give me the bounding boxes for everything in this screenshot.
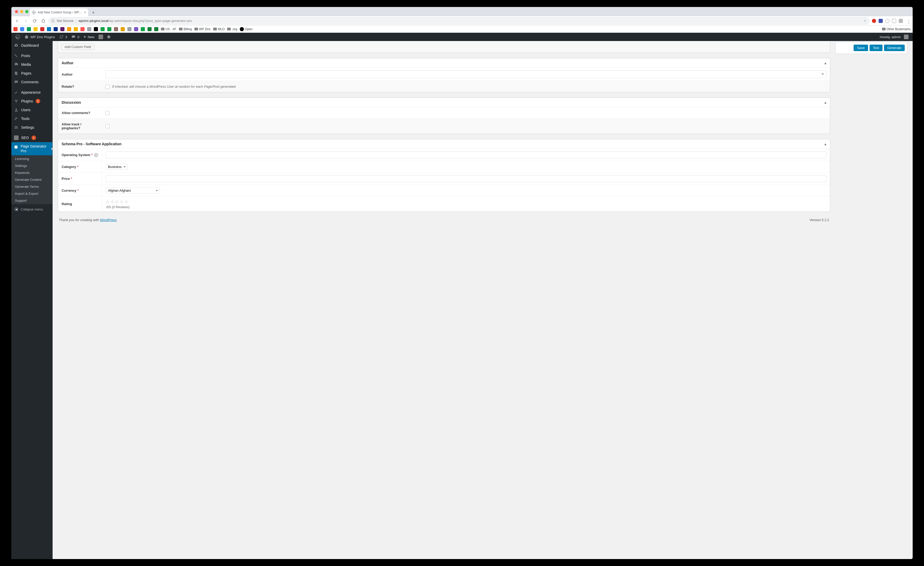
star-icon[interactable]: ☆: [110, 199, 114, 205]
ext-icon[interactable]: [879, 19, 883, 23]
address-bar[interactable]: ⓘ Not Secure | wpzinc-plugins.local/wp-a…: [48, 17, 869, 24]
wordpress-link[interactable]: WordPress: [100, 218, 117, 222]
bookmark-item[interactable]: [121, 27, 125, 31]
bookmark-item[interactable]: [128, 27, 132, 31]
forward-button[interactable]: [22, 17, 29, 24]
bookmark-item[interactable]: [74, 27, 78, 31]
toggle-icon[interactable]: ▴: [825, 100, 826, 104]
star-icon[interactable]: ☆: [106, 199, 110, 205]
author-select[interactable]: [105, 71, 826, 78]
submenu-item[interactable]: Generate Content: [11, 176, 52, 183]
bookmark-item[interactable]: [14, 27, 18, 31]
home-button[interactable]: [40, 17, 47, 24]
star-icon[interactable]: ☆: [120, 199, 124, 205]
bookmark-item[interactable]: [40, 27, 44, 31]
allow-comments-checkbox[interactable]: [105, 111, 110, 115]
menu-users[interactable]: Users: [11, 105, 52, 114]
bookmark-item[interactable]: [33, 27, 38, 31]
minimize-window-button[interactable]: [20, 10, 23, 13]
bookmark-item[interactable]: [94, 27, 98, 31]
os-input[interactable]: [106, 151, 826, 158]
updates-menu[interactable]: 3: [57, 33, 69, 41]
menu-plugins[interactable]: Plugins3: [11, 97, 52, 105]
wp-logo-menu[interactable]: [14, 33, 22, 41]
price-input[interactable]: [106, 175, 826, 182]
new-tab-button[interactable]: +: [90, 9, 97, 16]
submenu-item[interactable]: Settings: [11, 162, 52, 169]
submenu-item[interactable]: Licensing: [11, 155, 52, 162]
bookmark-item[interactable]: [147, 27, 152, 31]
site-info-icon[interactable]: ⓘ: [51, 18, 55, 23]
menu-seo[interactable]: SEO1: [11, 133, 52, 142]
submenu-item[interactable]: Generate Terms: [11, 183, 52, 190]
close-window-button[interactable]: [15, 10, 18, 13]
bookmark-item[interactable]: [54, 27, 58, 31]
browser-tab[interactable]: Add New Content Group ‹ WP… ×: [30, 9, 88, 16]
bookmark-item[interactable]: WP Zinc: [194, 27, 211, 31]
chrome-menu-icon[interactable]: ⋮: [905, 19, 910, 23]
schema-pro-header[interactable]: Schema Pro - Software Application▴: [58, 139, 830, 149]
test-button[interactable]: Test: [870, 45, 882, 51]
collapse-menu-button[interactable]: ◀Collapse menu: [11, 204, 52, 214]
bookmark-item[interactable]: [114, 27, 118, 31]
add-custom-field-button[interactable]: Add Custom Field: [61, 44, 94, 50]
bookmark-item[interactable]: US: [161, 27, 170, 31]
account-menu[interactable]: Howdy, admin: [878, 35, 910, 39]
bookmark-item[interactable]: [87, 27, 91, 31]
menu-comments[interactable]: Comments: [11, 78, 52, 86]
save-button[interactable]: Save: [854, 45, 868, 51]
bookmark-item[interactable]: AF: [172, 27, 176, 31]
menu-dashboard[interactable]: Dashboard: [11, 41, 52, 50]
bookmark-item[interactable]: [154, 27, 158, 31]
category-select[interactable]: Business: [106, 164, 128, 170]
maximize-window-button[interactable]: [25, 10, 28, 13]
yoast-menu[interactable]: [96, 33, 105, 41]
bookmark-item[interactable]: Open: [240, 27, 252, 31]
bookmark-item[interactable]: MLO: [213, 27, 225, 31]
bookmark-item[interactable]: [27, 27, 31, 31]
profile-avatar[interactable]: [899, 19, 903, 23]
menu-page-generator-pro[interactable]: Page Generator Pro: [11, 142, 52, 155]
bookmark-item[interactable]: .org: [227, 27, 237, 31]
ext-icon[interactable]: [872, 19, 876, 23]
bookmark-item[interactable]: [60, 27, 64, 31]
rating-stars[interactable]: ☆ ☆ ☆ ☆ ☆: [106, 199, 826, 205]
menu-settings[interactable]: Settings: [11, 123, 52, 132]
star-icon[interactable]: ☆: [124, 199, 128, 205]
submenu-item[interactable]: Import & Export: [11, 190, 52, 197]
submenu-item[interactable]: Keywords: [11, 169, 52, 176]
reload-button[interactable]: [31, 17, 38, 24]
discussion-box-header[interactable]: Discussion▴: [58, 98, 830, 107]
bookmark-item[interactable]: [100, 27, 105, 31]
bookmark-item[interactable]: [107, 27, 111, 31]
bookmark-item[interactable]: [20, 27, 24, 31]
generate-button[interactable]: Generate: [884, 45, 904, 51]
currency-select[interactable]: Afghan Afghani: [106, 188, 160, 193]
toggle-icon[interactable]: ▴: [825, 61, 826, 65]
ext-icon[interactable]: [892, 19, 896, 23]
allow-pingbacks-checkbox[interactable]: [105, 124, 110, 128]
status-item[interactable]: [105, 33, 112, 41]
help-icon[interactable]: ?: [94, 153, 98, 157]
bookmark-item[interactable]: [67, 27, 71, 31]
tab-close-icon[interactable]: ×: [84, 11, 86, 14]
submenu-item[interactable]: Support: [11, 197, 52, 204]
menu-appearance[interactable]: Appearance: [11, 88, 52, 97]
menu-posts[interactable]: Posts: [11, 51, 52, 60]
other-bookmarks[interactable]: Other Bookmarks: [882, 27, 910, 31]
back-button[interactable]: [14, 17, 21, 24]
bookmark-item[interactable]: Billing: [179, 27, 192, 31]
bookmark-item[interactable]: [80, 27, 85, 31]
author-box-header[interactable]: Author▴: [58, 58, 830, 68]
menu-media[interactable]: Media: [11, 60, 52, 69]
menu-pages[interactable]: Pages: [11, 69, 52, 78]
new-content-menu[interactable]: + New: [81, 33, 97, 41]
ext-icon[interactable]: [885, 19, 890, 23]
bookmark-item[interactable]: [134, 27, 138, 31]
bookmark-star-icon[interactable]: ☆: [863, 19, 867, 23]
menu-tools[interactable]: Tools: [11, 114, 52, 123]
toggle-icon[interactable]: ▴: [825, 142, 826, 146]
comments-menu[interactable]: 0: [69, 33, 81, 41]
star-icon[interactable]: ☆: [115, 199, 119, 205]
bookmark-item[interactable]: [141, 27, 145, 31]
